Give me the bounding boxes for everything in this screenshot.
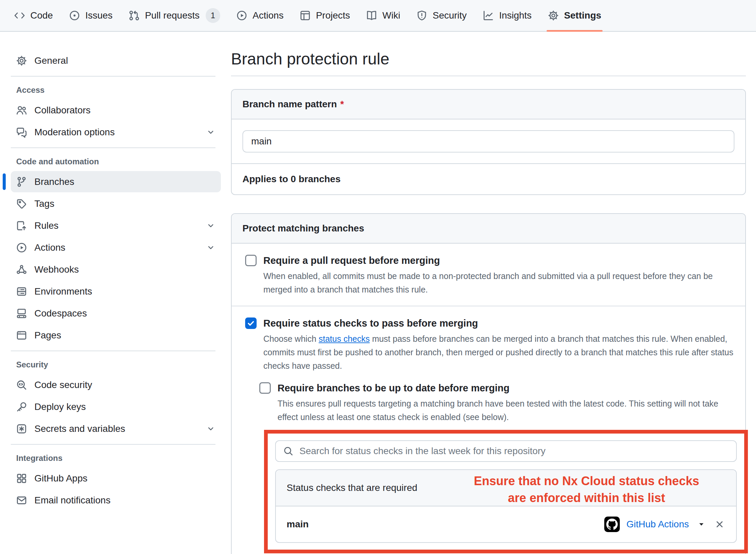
- tab-label: Insights: [499, 10, 532, 21]
- tab-issues[interactable]: Issues: [61, 0, 121, 31]
- tab-projects[interactable]: Projects: [292, 0, 358, 31]
- codespaces-icon: [16, 308, 27, 319]
- sidebar-item-label: Webhooks: [34, 264, 79, 275]
- sidebar-item-actions[interactable]: Actions: [11, 237, 221, 258]
- server-icon: [16, 286, 27, 297]
- status-checks-list-header: Status checks that are required: [276, 470, 736, 506]
- require-pull-request-section: Require a pull request before merging Wh…: [232, 244, 745, 306]
- people-icon: [16, 105, 27, 116]
- sidebar-item-label: Pages: [34, 330, 61, 341]
- description-text: Choose which: [263, 334, 319, 343]
- sidebar-item-github-apps[interactable]: GitHub Apps: [11, 468, 221, 489]
- tab-label: Issues: [85, 10, 113, 21]
- sidebar-item-label: Moderation options: [34, 127, 115, 138]
- play-icon: [16, 242, 27, 253]
- tab-pull-requests[interactable]: Pull requests 1: [121, 0, 228, 31]
- sidebar-item-pages[interactable]: Pages: [11, 325, 221, 346]
- table-icon: [300, 10, 311, 21]
- tab-security[interactable]: Security: [408, 0, 475, 31]
- sidebar-item-email-notifications[interactable]: Email notifications: [11, 490, 221, 511]
- status-check-row: main GitHub Actions: [276, 506, 736, 542]
- branch-name-pattern-header: Branch name pattern*: [232, 90, 745, 119]
- code-icon: [14, 10, 25, 21]
- dropdown-caret-icon[interactable]: [696, 520, 707, 529]
- tab-code[interactable]: Code: [6, 0, 61, 31]
- protect-matching-branches-header: Protect matching branches: [232, 214, 745, 244]
- status-checks-link[interactable]: status checks: [319, 334, 370, 343]
- require-status-checks-section: Require status checks to pass before mer…: [232, 306, 745, 554]
- sidebar-item-label: Collaborators: [34, 105, 91, 116]
- tab-label: Pull requests: [145, 10, 200, 21]
- require-pull-request-label[interactable]: Require a pull request before merging: [263, 254, 440, 267]
- tab-settings[interactable]: Settings: [540, 0, 609, 31]
- remove-status-check-icon[interactable]: [714, 519, 725, 529]
- tab-label: Code: [30, 10, 53, 21]
- branch-name-pattern-input[interactable]: [242, 130, 734, 153]
- sidebar-item-codespaces[interactable]: Codespaces: [11, 303, 221, 324]
- applies-to-branches: Applies to 0 branches: [232, 163, 745, 194]
- sidebar-item-rules[interactable]: Rules: [11, 215, 221, 236]
- require-status-checks-checkbox[interactable]: [245, 317, 257, 329]
- require-up-to-date-label[interactable]: Require branches to be up to date before…: [278, 381, 510, 395]
- status-checks-search[interactable]: Search for status checks in the last wee…: [275, 440, 737, 462]
- graph-icon: [483, 10, 494, 21]
- tab-wiki[interactable]: Wiki: [358, 0, 408, 31]
- sidebar-item-label: Secrets and variables: [34, 423, 125, 434]
- sidebar-item-collaborators[interactable]: Collaborators: [11, 100, 221, 121]
- sidebar-section-access: Access: [16, 85, 221, 95]
- sidebar-item-environments[interactable]: Environments: [11, 281, 221, 302]
- sidebar-section-integrations: Integrations: [16, 453, 221, 463]
- sidebar-section-code-automation: Code and automation: [16, 157, 221, 166]
- sidebar-item-general[interactable]: General: [11, 50, 221, 71]
- chevron-down-icon: [206, 221, 215, 230]
- github-actions-avatar: [604, 517, 620, 532]
- repo-nav: Code Issues Pull requests 1 Actions Proj…: [0, 0, 756, 32]
- sidebar-item-label: GitHub Apps: [34, 473, 87, 484]
- asterisk-box-icon: [16, 423, 27, 434]
- main-content: Branch protection rule Branch name patte…: [221, 32, 756, 554]
- sidebar-item-label: Tags: [34, 198, 54, 209]
- sidebar-item-label: General: [34, 55, 68, 66]
- title-divider: [231, 76, 746, 76]
- tab-label: Security: [433, 10, 467, 21]
- sidebar-item-tags[interactable]: Tags: [11, 193, 221, 214]
- gear-icon: [548, 10, 559, 21]
- git-pull-request-icon: [129, 10, 140, 21]
- tab-label: Settings: [564, 10, 601, 21]
- protect-matching-branches-card: Protect matching branches Require a pull…: [231, 213, 746, 554]
- annotation-highlight-box: Search for status checks in the last wee…: [264, 430, 748, 553]
- code-scan-icon: [16, 380, 27, 390]
- require-up-to-date-checkbox[interactable]: [259, 382, 271, 394]
- sidebar-item-label: Branches: [34, 176, 74, 187]
- sidebar-divider: [11, 444, 215, 445]
- book-icon: [366, 10, 377, 21]
- require-pull-request-checkbox[interactable]: [245, 255, 257, 266]
- require-status-checks-description: Choose which status checks must pass bef…: [263, 332, 734, 372]
- sidebar-item-webhooks[interactable]: Webhooks: [11, 259, 221, 280]
- require-up-to-date-description: This ensures pull requests targeting a m…: [278, 397, 734, 424]
- github-actions-link[interactable]: GitHub Actions: [627, 519, 689, 530]
- status-check-name: main: [287, 519, 309, 530]
- sidebar-divider: [11, 147, 215, 148]
- issue-opened-icon: [69, 10, 80, 21]
- require-status-checks-label[interactable]: Require status checks to pass before mer…: [263, 316, 478, 330]
- sidebar-divider: [11, 76, 215, 77]
- tag-icon: [16, 198, 27, 209]
- browser-icon: [16, 330, 27, 341]
- chevron-down-icon: [206, 243, 215, 252]
- require-up-to-date-section: Require branches to be up to date before…: [259, 381, 734, 553]
- search-placeholder: Search for status checks in the last wee…: [299, 446, 546, 456]
- sidebar-item-branches[interactable]: Branches: [11, 171, 221, 192]
- sidebar-item-code-security[interactable]: Code security: [11, 374, 221, 395]
- sidebar-item-label: Rules: [34, 220, 59, 231]
- sidebar-item-deploy-keys[interactable]: Deploy keys: [11, 396, 221, 417]
- sidebar-item-label: Email notifications: [34, 495, 111, 506]
- webhook-icon: [16, 264, 27, 275]
- sidebar-item-secrets-and-variables[interactable]: Secrets and variables: [11, 418, 221, 439]
- chevron-down-icon: [206, 424, 215, 434]
- tab-actions[interactable]: Actions: [228, 0, 292, 31]
- sidebar-divider: [11, 351, 215, 351]
- tab-insights[interactable]: Insights: [475, 0, 540, 31]
- key-icon: [16, 401, 27, 412]
- sidebar-item-moderation-options[interactable]: Moderation options: [11, 121, 221, 143]
